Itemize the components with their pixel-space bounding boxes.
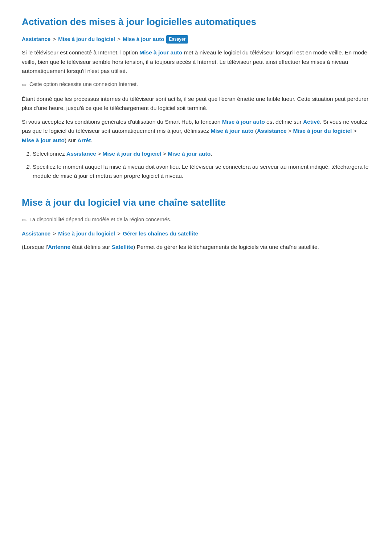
section1-title: Activation des mises à jour logicielles … [22,15,370,30]
note-availability: ✏ La disponibilité dépend du modèle et d… [22,216,370,225]
breadcrumb-assistance-1[interactable]: Assistance [22,36,50,42]
section-satellite-update: Mise à jour du logiciel via une chaîne s… [22,195,370,252]
inline-maj-logiciel-2: Mise à jour du logiciel [293,128,352,134]
step-1: Sélectionnez Assistance > Mise à jour du… [33,149,370,159]
inline-arret: Arrêt [77,137,91,143]
breadcrumb-assistance-3[interactable]: Assistance [22,230,50,237]
breadcrumb-maj-logiciel-1[interactable]: Mise à jour du logiciel [58,36,115,42]
step-2: Spécifiez le moment auquel la mise à niv… [33,162,370,181]
breadcrumb-maj-logiciel-3[interactable]: Mise à jour du logiciel [58,230,115,237]
section2-breadcrumb: Assistance > Mise à jour du logiciel > G… [22,229,370,238]
breadcrumb-sep4: > [116,230,122,237]
section1-breadcrumb: Assistance > Mise à jour du logiciel > M… [22,35,370,44]
inline-active: Activé [303,119,320,125]
inline-maj-auto-1: Mise à jour auto [139,49,182,56]
inline-maj-auto-4: Mise à jour auto [22,137,65,143]
inline-antenne: Antenne [48,244,70,250]
section2-title: Mise à jour du logiciel via une chaîne s… [22,195,370,210]
pencil-icon-1: ✏ [22,81,26,90]
essayer-badge[interactable]: Essayer [166,35,188,44]
section2-para1: (Lorsque l'Antenne était définie sur Sat… [22,242,370,252]
note-availability-text: La disponibilité dépend du modèle et de … [29,216,171,224]
section1-para3: Si vous acceptez les conditions générale… [22,117,370,145]
step1-maj-auto: Mise à jour auto [168,151,211,157]
step1-maj-logiciel: Mise à jour du logiciel [103,151,162,157]
pencil-icon-2: ✏ [22,216,26,225]
note-internet: ✏ Cette option nécessite une connexion I… [22,80,370,90]
section-auto-update: Activation des mises à jour logicielles … [22,15,370,181]
section1-para2: Étant donné que les processus internes d… [22,94,370,113]
inline-maj-auto-3: Mise à jour auto [211,128,253,134]
inline-maj-auto-2: Mise à jour auto [222,119,265,125]
breadcrumb-sep1: > [51,36,57,42]
section1-para1: Si le téléviseur est connecté à Internet… [22,48,370,76]
inline-satellite: Satellite [112,244,133,250]
breadcrumb-maj-auto[interactable]: Mise à jour auto [123,36,164,42]
step1-assistance: Assistance [66,151,96,157]
breadcrumb-sep3: > [51,230,57,237]
note-internet-text: Cette option nécessite une connexion Int… [29,80,138,89]
inline-assistance-2: Assistance [257,128,287,134]
steps-list: Sélectionnez Assistance > Mise à jour du… [33,149,370,181]
breadcrumb-gerer-chaines[interactable]: Gérer les chaînes du satellite [123,230,198,237]
breadcrumb-sep2: > [116,36,122,42]
